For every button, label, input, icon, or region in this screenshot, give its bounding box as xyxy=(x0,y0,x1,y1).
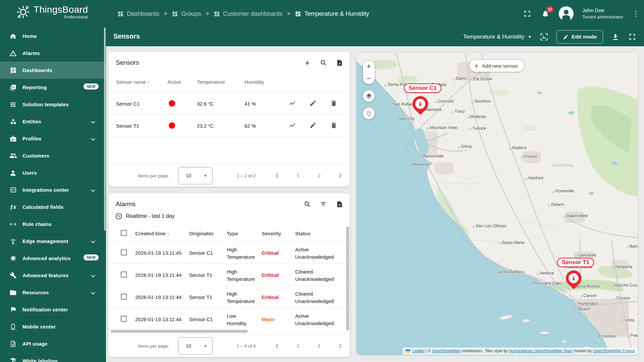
prev-page-icon[interactable] xyxy=(292,340,305,352)
sidebar-item-mobile-center[interactable]: Mobile center xyxy=(0,318,106,335)
marker-tooltip-sensor-t1[interactable]: Sensor T1 xyxy=(557,258,594,267)
sidebar-item-reporting[interactable]: Reporting NEW xyxy=(0,79,106,96)
sidebar-item-calculated-fields[interactable]: ƒx Calculated fields xyxy=(0,198,106,216)
dashboard-grid-icon xyxy=(214,11,220,17)
dashboard-state-select[interactable]: Temperature & Humidity ▼ xyxy=(463,34,532,40)
last-page-icon[interactable] xyxy=(332,340,345,352)
sidebar-item-advanced-analytics[interactable]: Advanced analytics NEW xyxy=(0,250,106,267)
user-menu[interactable]: John Doe Tenant administrator xyxy=(582,7,623,20)
sidebar-item-integrations-center[interactable]: Integrations center xyxy=(0,181,106,198)
sidebar-item-users[interactable]: Users xyxy=(0,164,106,181)
zoom-out-button[interactable]: − xyxy=(363,73,375,84)
last-page-icon[interactable] xyxy=(332,169,345,182)
sidebar-item-notification-center[interactable]: Notification center xyxy=(0,301,106,318)
sidebar-item-edge-management[interactable]: Edge management xyxy=(0,233,106,250)
breadcrumb-current[interactable]: Temperature & Humidity xyxy=(295,10,369,17)
avatar[interactable] xyxy=(559,6,574,21)
notifications-bell-icon[interactable]: 17 xyxy=(541,9,550,18)
col-sensor-name[interactable]: Sensor name↑ xyxy=(116,79,150,85)
map-layers-button[interactable] xyxy=(363,90,375,102)
col-severity[interactable]: Severity xyxy=(262,231,281,236)
sidebar-item-advanced-features[interactable]: Advanced features xyxy=(0,267,106,284)
page-size-select[interactable]: 10 ▼ xyxy=(178,167,213,184)
row-checkbox[interactable] xyxy=(121,272,127,278)
ukraine-flag-icon xyxy=(406,349,410,353)
first-page-icon[interactable] xyxy=(272,169,285,182)
map-locate-button[interactable] xyxy=(363,108,375,119)
col-active[interactable]: Active xyxy=(167,79,181,85)
row-checkbox[interactable] xyxy=(121,294,127,300)
alarm-type: HighTemperature xyxy=(227,246,255,261)
sidebar-scrollbar[interactable] xyxy=(104,27,106,231)
sidebar-item-api-usage[interactable]: API usage xyxy=(0,335,106,352)
first-page-icon[interactable] xyxy=(272,340,285,352)
edit-pencil-icon[interactable] xyxy=(309,100,317,108)
sidebar-item-home[interactable]: Home xyxy=(0,27,106,45)
breadcrumb-customer-dashboards[interactable]: Customer dashboards xyxy=(214,10,282,17)
chevron-down-icon xyxy=(91,273,95,278)
sidebar-item-alarms[interactable]: Alarms xyxy=(0,45,106,62)
row-checkbox[interactable] xyxy=(121,249,127,255)
sidebar-item-resources[interactable]: Resources xyxy=(0,284,106,301)
hot-link[interactable]: Humanitarian OpenStreetMap Team xyxy=(509,349,573,353)
col-humidity[interactable]: Humidity xyxy=(245,79,264,85)
app-logo[interactable]: ThingsBoard Professional xyxy=(16,5,88,19)
marker-tooltip-sensor-c1[interactable]: Sensor C1 xyxy=(404,83,441,93)
sidebar-item-rule-chains[interactable]: Rule chains xyxy=(0,216,106,233)
edit-mode-button[interactable]: Edit mode xyxy=(556,30,603,44)
delete-trash-icon[interactable] xyxy=(330,122,338,130)
flag-icon xyxy=(9,306,17,314)
alarm-created-time: 2026-01-19 13:11:44 xyxy=(135,272,181,278)
leaflet-link[interactable]: Leaflet xyxy=(412,349,424,353)
horizontal-scrollbar[interactable] xyxy=(111,330,248,333)
breadcrumb-dashboards[interactable]: Dashboards xyxy=(117,10,159,17)
alarm-type: HighTemperature xyxy=(227,268,255,283)
page-size-select[interactable]: 10 ▼ xyxy=(178,337,213,355)
sidebar-item-profiles[interactable]: Profiles xyxy=(0,130,106,147)
select-all-checkbox[interactable] xyxy=(121,230,127,236)
row-checkbox[interactable] xyxy=(121,316,127,322)
export-icon[interactable] xyxy=(335,200,344,208)
col-type[interactable]: Type xyxy=(227,231,238,236)
osm-france-link[interactable]: OpenStreetMap France xyxy=(593,349,635,353)
map-place-label: Barstow xyxy=(630,244,638,249)
sidebar-item-solution-templates[interactable]: Solution templates xyxy=(0,96,106,113)
sidebar-item-entities[interactable]: Entities xyxy=(0,113,106,130)
search-icon[interactable] xyxy=(303,200,312,208)
map-canvas[interactable]: Davis Elk Grove Fairfield Santa Rosa Nap… xyxy=(357,53,638,355)
col-temperature[interactable]: Temperature xyxy=(197,79,225,85)
time-window-button[interactable]: Realtime - last 1 day xyxy=(115,213,175,220)
osm-link[interactable]: OpenStreetMap xyxy=(432,349,461,353)
prev-page-icon[interactable] xyxy=(292,169,305,182)
edit-pencil-icon[interactable] xyxy=(309,122,317,130)
export-icon[interactable] xyxy=(335,58,344,67)
chevron-down-icon: ▼ xyxy=(528,35,532,39)
timeseries-chart-icon[interactable] xyxy=(288,100,297,108)
next-page-icon[interactable] xyxy=(312,169,325,182)
vertical-scrollbar[interactable] xyxy=(346,227,349,330)
sidebar-item-white-labeling[interactable]: White labeling xyxy=(0,352,106,362)
chevron-down-icon xyxy=(91,290,95,295)
analytics-burst-icon xyxy=(9,254,17,262)
fullscreen-icon[interactable] xyxy=(628,33,637,41)
timeseries-chart-icon[interactable] xyxy=(288,122,297,130)
col-created-time[interactable]: Created time↓ xyxy=(135,231,169,236)
dashboard-image-icon[interactable] xyxy=(540,33,548,41)
add-new-sensor-button[interactable]: + Add new sensor xyxy=(470,60,524,72)
sidebar-item-dashboards[interactable]: Dashboards xyxy=(0,62,106,79)
sidebar-item-customers[interactable]: Customers xyxy=(0,147,106,164)
breadcrumb-groups[interactable]: Groups xyxy=(172,10,201,17)
next-page-icon[interactable] xyxy=(312,340,325,352)
zoom-in-button[interactable]: + xyxy=(363,61,375,73)
delete-trash-icon[interactable] xyxy=(330,100,338,108)
alarm-severity: Critical xyxy=(262,250,279,256)
kebab-menu-icon[interactable]: ⋮ xyxy=(632,9,639,18)
filter-icon[interactable] xyxy=(319,200,328,208)
add-entity-icon[interactable]: + xyxy=(303,58,312,67)
download-icon[interactable] xyxy=(611,33,620,41)
folder-icon xyxy=(9,289,17,297)
col-originator[interactable]: Originator xyxy=(189,231,214,236)
fullscreen-icon[interactable] xyxy=(523,9,532,18)
col-status[interactable]: Status xyxy=(295,231,311,236)
search-icon[interactable] xyxy=(319,58,328,67)
